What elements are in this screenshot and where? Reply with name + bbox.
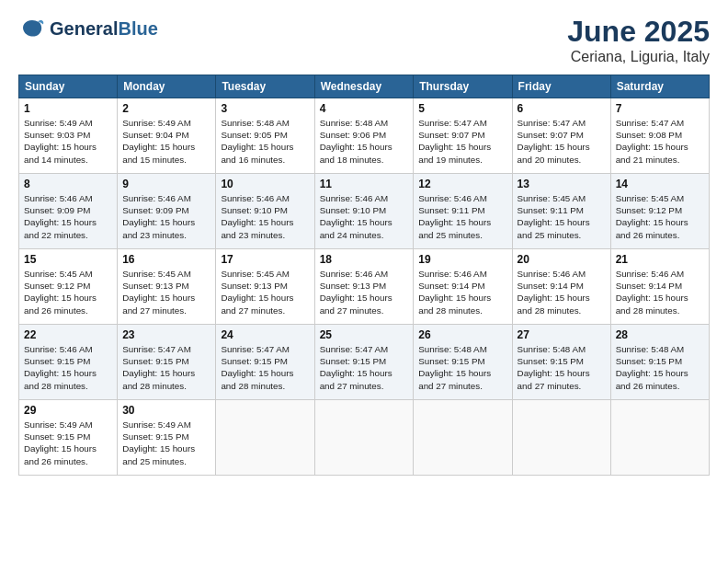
header-friday: Friday (512, 75, 610, 98)
day-6: 6 Sunrise: 5:47 AMSunset: 9:07 PMDayligh… (512, 98, 610, 174)
header-tuesday: Tuesday (216, 75, 314, 98)
day-20: 20 Sunrise: 5:46 AMSunset: 9:14 PMDaylig… (512, 249, 610, 325)
page: GeneralBlue June 2025 Ceriana, Liguria, … (0, 0, 728, 563)
empty-cell (512, 400, 610, 476)
day-9: 9 Sunrise: 5:46 AMSunset: 9:09 PMDayligh… (118, 174, 216, 249)
day-30: 30 Sunrise: 5:49 AMSunset: 9:15 PMDaylig… (118, 400, 216, 476)
day-5: 5 Sunrise: 5:47 AMSunset: 9:07 PMDayligh… (414, 98, 512, 174)
day-26: 26 Sunrise: 5:48 AMSunset: 9:15 PMDaylig… (414, 325, 512, 400)
day-22: 22 Sunrise: 5:46 AMSunset: 9:15 PMDaylig… (19, 325, 118, 400)
day-23: 23 Sunrise: 5:47 AMSunset: 9:15 PMDaylig… (118, 325, 216, 400)
empty-cell (414, 400, 512, 476)
header-saturday: Saturday (610, 75, 709, 98)
day-27: 27 Sunrise: 5:48 AMSunset: 9:15 PMDaylig… (512, 325, 610, 400)
month-title: June 2025 (567, 15, 710, 49)
empty-cell (216, 400, 314, 476)
day-3: 3 Sunrise: 5:48 AMSunset: 9:05 PMDayligh… (216, 98, 314, 174)
day-28: 28 Sunrise: 5:48 AMSunset: 9:15 PMDaylig… (610, 325, 709, 400)
calendar-header-row: Sunday Monday Tuesday Wednesday Thursday… (19, 75, 710, 98)
day-24: 24 Sunrise: 5:47 AMSunset: 9:15 PMDaylig… (216, 325, 314, 400)
title-block: June 2025 Ceriana, Liguria, Italy (567, 15, 710, 65)
table-row: 15 Sunrise: 5:45 AMSunset: 9:12 PMDaylig… (19, 249, 710, 325)
day-7: 7 Sunrise: 5:47 AMSunset: 9:08 PMDayligh… (610, 98, 709, 174)
empty-cell (610, 400, 709, 476)
logo-blue-text: Blue (118, 18, 157, 39)
day-12: 12 Sunrise: 5:46 AMSunset: 9:11 PMDaylig… (414, 174, 512, 249)
day-4: 4 Sunrise: 5:48 AMSunset: 9:06 PMDayligh… (314, 98, 414, 174)
day-19: 19 Sunrise: 5:46 AMSunset: 9:14 PMDaylig… (414, 249, 512, 325)
day-10: 10 Sunrise: 5:46 AMSunset: 9:10 PMDaylig… (216, 174, 314, 249)
day-17: 17 Sunrise: 5:45 AMSunset: 9:13 PMDaylig… (216, 249, 314, 325)
logo-general-text: General (50, 18, 118, 39)
logo-icon (18, 15, 46, 42)
day-1: 1 Sunrise: 5:49 AMSunset: 9:03 PMDayligh… (19, 98, 118, 174)
header-sunday: Sunday (19, 75, 118, 98)
day-21: 21 Sunrise: 5:46 AMSunset: 9:14 PMDaylig… (610, 249, 709, 325)
day-13: 13 Sunrise: 5:45 AMSunset: 9:11 PMDaylig… (512, 174, 610, 249)
day-11: 11 Sunrise: 5:46 AMSunset: 9:10 PMDaylig… (314, 174, 414, 249)
header-monday: Monday (118, 75, 216, 98)
day-2: 2 Sunrise: 5:49 AMSunset: 9:04 PMDayligh… (118, 98, 216, 174)
header-thursday: Thursday (414, 75, 512, 98)
day-15: 15 Sunrise: 5:45 AMSunset: 9:12 PMDaylig… (19, 249, 118, 325)
logo: GeneralBlue (18, 15, 158, 42)
table-row: 1 Sunrise: 5:49 AMSunset: 9:03 PMDayligh… (19, 98, 710, 174)
header: GeneralBlue June 2025 Ceriana, Liguria, … (18, 15, 710, 65)
day-14: 14 Sunrise: 5:45 AMSunset: 9:12 PMDaylig… (610, 174, 709, 249)
table-row: 22 Sunrise: 5:46 AMSunset: 9:15 PMDaylig… (19, 325, 710, 400)
empty-cell (314, 400, 414, 476)
header-wednesday: Wednesday (314, 75, 414, 98)
day-25: 25 Sunrise: 5:47 AMSunset: 9:15 PMDaylig… (314, 325, 414, 400)
table-row: 8 Sunrise: 5:46 AMSunset: 9:09 PMDayligh… (19, 174, 710, 249)
day-16: 16 Sunrise: 5:45 AMSunset: 9:13 PMDaylig… (118, 249, 216, 325)
day-8: 8 Sunrise: 5:46 AMSunset: 9:09 PMDayligh… (19, 174, 118, 249)
table-row: 29 Sunrise: 5:49 AMSunset: 9:15 PMDaylig… (19, 400, 710, 476)
location-title: Ceriana, Liguria, Italy (567, 49, 710, 65)
calendar-table: Sunday Monday Tuesday Wednesday Thursday… (18, 75, 710, 476)
day-18: 18 Sunrise: 5:46 AMSunset: 9:13 PMDaylig… (314, 249, 414, 325)
day-29: 29 Sunrise: 5:49 AMSunset: 9:15 PMDaylig… (19, 400, 118, 476)
